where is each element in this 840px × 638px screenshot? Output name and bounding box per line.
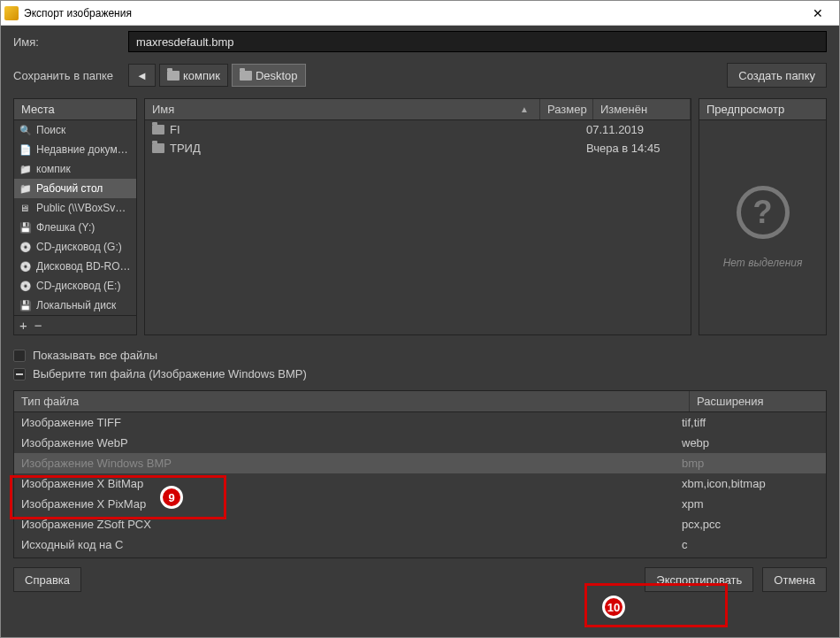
app-icon — [4, 6, 19, 20]
ic-cd — [19, 241, 32, 253]
titlebar: Экспорт изображения ✕ — [1, 1, 839, 26]
place-item-7[interactable]: Дисковод BD-RO… — [14, 257, 136, 276]
ic-search — [19, 124, 32, 136]
type-row-4[interactable]: Изображение X PixMapxpm — [14, 494, 826, 514]
export-dialog: Экспорт изображения ✕ Имя: Сохранить в п… — [0, 0, 840, 638]
type-row-3[interactable]: Изображение X BitMapxbm,icon,bitmap — [14, 473, 826, 494]
window-title: Экспорт изображения — [24, 7, 800, 19]
place-item-9[interactable]: Локальный диск — [14, 296, 136, 315]
ic-drive — [19, 299, 32, 311]
file-list-panel: Имя ▲ Размер Изменён FI07.11.2019ТРИДВче… — [144, 98, 691, 335]
help-button[interactable]: Справка — [13, 567, 81, 592]
no-selection-text: Нет выделения — [723, 257, 803, 269]
sort-ascending-icon: ▲ — [520, 104, 529, 114]
ic-drive — [19, 221, 32, 234]
preview-header: Предпросмотр — [699, 99, 826, 120]
ic-folder — [19, 182, 32, 195]
select-type-expander[interactable] — [13, 368, 26, 380]
ic-folder — [19, 163, 32, 175]
place-item-5[interactable]: Флешка (Y:) — [14, 218, 136, 237]
place-item-8[interactable]: CD-дисковод (E:) — [14, 276, 136, 296]
chevron-left-icon: ◄ — [136, 69, 148, 82]
places-remove-button[interactable]: − — [34, 318, 42, 333]
cancel-button[interactable]: Отмена — [762, 567, 827, 592]
question-icon: ? — [737, 186, 790, 239]
place-item-4[interactable]: Public (\\VBoxSv… — [14, 198, 136, 218]
folder-icon — [240, 71, 252, 81]
place-item-0[interactable]: Поиск — [14, 120, 136, 140]
file-type-table: Тип файла Расширения Изображение TIFFtif… — [13, 390, 827, 558]
places-header: Места — [14, 99, 136, 120]
column-modified-header[interactable]: Изменён — [593, 99, 691, 119]
type-row-6[interactable]: Исходный код на Cc — [14, 534, 826, 555]
path-back-button[interactable]: ◄ — [128, 64, 156, 87]
place-item-2[interactable]: компик — [14, 159, 136, 179]
type-row-1[interactable]: Изображение WebPwebp — [14, 433, 826, 453]
ic-cd — [19, 260, 32, 273]
place-item-6[interactable]: CD-дисковод (G:) — [14, 237, 136, 257]
select-type-label: Выберите тип файла (Изображение Windows … — [33, 367, 307, 380]
ic-doc — [19, 143, 32, 156]
ic-net — [19, 202, 32, 214]
ic-cd — [19, 280, 32, 292]
create-folder-button[interactable]: Создать папку — [727, 63, 827, 88]
export-button[interactable]: Экспортировать — [645, 567, 753, 592]
column-name-header[interactable]: Имя ▲ — [145, 99, 540, 119]
annotation-badge-10: 10 — [602, 596, 625, 619]
folder-icon — [152, 143, 164, 153]
path-crumb-1[interactable]: Desktop — [232, 64, 306, 87]
preview-panel: Предпросмотр ? Нет выделения — [699, 98, 827, 335]
place-item-1[interactable]: Недавние докум… — [14, 140, 136, 159]
path-crumb-0[interactable]: компик — [159, 64, 228, 87]
type-row-5[interactable]: Изображение ZSoft PCXpcx,pcc — [14, 514, 826, 534]
close-button[interactable]: ✕ — [800, 2, 836, 25]
name-label: Имя: — [13, 35, 119, 49]
type-row-2[interactable]: Изображение Windows BMPbmp — [14, 453, 826, 473]
file-row-1[interactable]: ТРИДВчера в 14:45 — [145, 139, 691, 158]
show-all-checkbox[interactable] — [13, 350, 26, 362]
place-item-3[interactable]: Рабочий стол — [14, 179, 136, 198]
folder-icon — [167, 71, 179, 81]
filename-input[interactable] — [128, 31, 827, 52]
type-column-header[interactable]: Тип файла — [14, 391, 689, 411]
annotation-badge-9: 9 — [160, 486, 183, 509]
show-all-label: Показывать все файлы — [33, 349, 157, 362]
save-in-label: Сохранить в папке — [13, 69, 119, 82]
places-panel: Места ПоискНедавние докум…компикРабочий … — [13, 98, 137, 335]
ext-column-header[interactable]: Расширения — [689, 391, 826, 411]
type-row-0[interactable]: Изображение TIFFtif,tiff — [14, 412, 826, 433]
file-row-0[interactable]: FI07.11.2019 — [145, 120, 691, 139]
column-size-header[interactable]: Размер — [540, 99, 593, 119]
folder-icon — [152, 125, 164, 135]
places-add-button[interactable]: + — [19, 318, 27, 333]
